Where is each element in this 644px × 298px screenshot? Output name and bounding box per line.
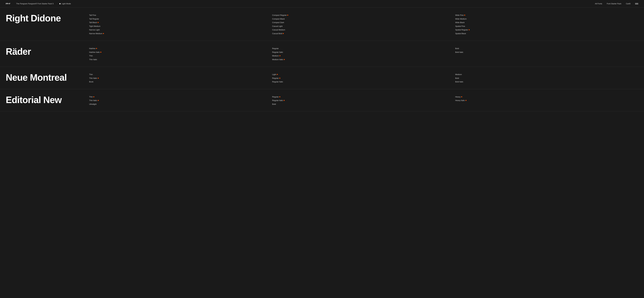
font-style-item[interactable]: Wide Black [455, 21, 638, 24]
font-style-item[interactable]: Wide Medium [455, 17, 638, 20]
font-style-label: Spatial Regular [455, 28, 468, 31]
font-column-3-0: ThinThin ItalicUltralight [89, 95, 272, 106]
font-style-label: Narrow Medium [89, 32, 102, 35]
font-style-item[interactable]: Medium [272, 54, 455, 57]
font-style-label: Thin [89, 95, 93, 98]
font-style-label: Medium [272, 54, 279, 57]
hamburger-menu[interactable] [635, 3, 638, 4]
font-style-label: Casual Light [272, 25, 282, 28]
font-style-item[interactable]: Thin [89, 73, 272, 76]
font-style-item[interactable]: Casual Bold [272, 32, 455, 35]
font-style-label: Regular Italic [272, 51, 283, 54]
font-style-item[interactable]: Thin [89, 54, 272, 57]
font-style-label: Regular [272, 47, 279, 50]
font-column-2-0: ThinThin ItalicBook [89, 72, 272, 83]
nav-title: The Pangram Pangram® Font Starter Pack 5 [16, 2, 54, 5]
font-section-2: Neue MontrealThinThin ItalicBookLightReg… [0, 67, 644, 89]
font-style-item[interactable]: Regular Italic [272, 99, 455, 102]
font-style-item[interactable]: Wide Fine [455, 14, 638, 17]
nav-mode[interactable]: Light Mode [59, 2, 71, 5]
nav-logo[interactable]: PP•F [6, 2, 10, 5]
font-style-label: Wide Medium [455, 17, 466, 20]
font-starter-pack-link[interactable]: Font Starter Pack [607, 2, 621, 5]
cart-dot-icon [98, 100, 99, 101]
cart-dot-icon [461, 96, 462, 97]
cart-dot-icon [466, 100, 466, 101]
font-style-label: Hairline Italic [89, 51, 100, 54]
font-style-item[interactable]: Tall Black [89, 21, 272, 24]
font-style-item[interactable]: Thin [89, 95, 272, 98]
font-column-2-2: MediumBoldBold Italic [455, 72, 638, 83]
font-style-item[interactable]: Thin Italic [89, 99, 272, 102]
font-style-item[interactable]: Regular Italic [272, 51, 455, 54]
cart-dot-icon [287, 15, 288, 16]
font-column-1-1: RegularRegular ItalicMediumMedium Italic [272, 46, 455, 61]
font-style-item[interactable]: Tall Regular [89, 17, 272, 20]
font-style-item[interactable]: Compact Black [272, 17, 455, 20]
cart-dot-icon [103, 33, 104, 34]
cart-dot-icon [468, 29, 470, 30]
font-style-item[interactable]: Bold [455, 47, 638, 50]
cart-dot-icon [280, 55, 280, 56]
font-style-item[interactable]: Bold [272, 103, 455, 106]
font-style-item[interactable]: Heavy [455, 95, 638, 98]
font-style-item[interactable]: Regular Italic [272, 80, 455, 83]
font-style-label: Compact Black [272, 17, 284, 20]
font-name-1: Räder [6, 46, 89, 57]
cart-dot-icon [283, 33, 284, 34]
font-style-label: Regular [272, 95, 279, 98]
font-style-label: Spatial Black [455, 32, 466, 35]
font-style-item[interactable]: Tall Fine [89, 14, 272, 17]
font-style-item[interactable]: Medium Italic [272, 58, 455, 61]
font-style-item[interactable]: Narrow Light [89, 28, 272, 31]
menu-line-top [635, 3, 638, 3]
font-style-label: Thin Italic [89, 99, 97, 102]
all-fonts-link[interactable]: All Fonts [595, 2, 602, 5]
font-style-item[interactable]: Light [272, 73, 455, 76]
font-name-3: Editorial New [6, 95, 89, 105]
font-column-0-0: Tall FineTall RegularTall BlackTight Med… [89, 13, 272, 35]
mode-label: Light Mode [62, 2, 71, 5]
font-style-label: Casual Medium [272, 28, 285, 31]
font-style-item[interactable]: Ultralight [89, 103, 272, 106]
cart-dot-icon [284, 59, 285, 60]
font-style-item[interactable]: Casual Medium [272, 28, 455, 31]
font-style-item[interactable]: Heavy Italic [455, 99, 638, 102]
font-style-item[interactable]: Regular [272, 47, 455, 50]
font-style-label: Wide Fine [455, 14, 464, 17]
cart-label[interactable]: Cart0 [626, 2, 630, 5]
font-style-item[interactable]: Spatial Black [455, 32, 638, 35]
font-style-item[interactable]: Thin Italic [89, 58, 272, 61]
font-style-label: Compact Regular [272, 14, 287, 17]
font-style-item[interactable]: Book [89, 80, 272, 83]
font-style-item[interactable]: Medium [455, 73, 638, 76]
font-style-item[interactable]: Bold [455, 77, 638, 80]
font-style-label: Bold Italic [455, 51, 463, 54]
font-style-item[interactable]: Hairline Italic [89, 51, 272, 54]
font-style-item[interactable]: Bold Italic [455, 80, 638, 83]
font-style-item[interactable]: Bold Italic [455, 51, 638, 54]
font-column-3-1: RegularRegular ItalicBold [272, 95, 455, 106]
font-section-3: Editorial NewThinThin ItalicUltralightRe… [0, 89, 644, 112]
cart-dot-icon [93, 96, 94, 97]
font-style-item[interactable]: Regular [272, 95, 455, 98]
font-style-item[interactable]: Thin Italic [89, 77, 272, 80]
font-style-item[interactable]: Hairline [89, 47, 272, 50]
font-style-label: Spatial Fine [455, 25, 465, 28]
font-style-item[interactable]: Compact Dark [272, 21, 455, 24]
font-style-label: Book [89, 80, 94, 83]
font-style-item[interactable]: Compact Regular [272, 14, 455, 17]
font-column-2-1: LightRegularRegular Italic [272, 72, 455, 83]
font-style-item[interactable]: Spatial Fine [455, 25, 638, 28]
cart-dot-icon [98, 78, 99, 79]
font-style-item[interactable]: Tight Medium [89, 25, 272, 28]
font-column-1-2: BoldBold Italic [455, 46, 638, 54]
font-style-item[interactable]: Regular [272, 77, 455, 80]
font-style-item[interactable]: Spatial Regular [455, 28, 638, 31]
font-style-label: Medium Italic [272, 58, 283, 61]
font-column-0-2: Wide FineWide MediumWide BlackSpatial Fi… [455, 13, 638, 35]
cart-dot-icon [464, 15, 465, 16]
font-style-item[interactable]: Narrow Medium [89, 32, 272, 35]
font-style-item[interactable]: Casual Light [272, 25, 455, 28]
menu-line-bottom [635, 4, 638, 4]
